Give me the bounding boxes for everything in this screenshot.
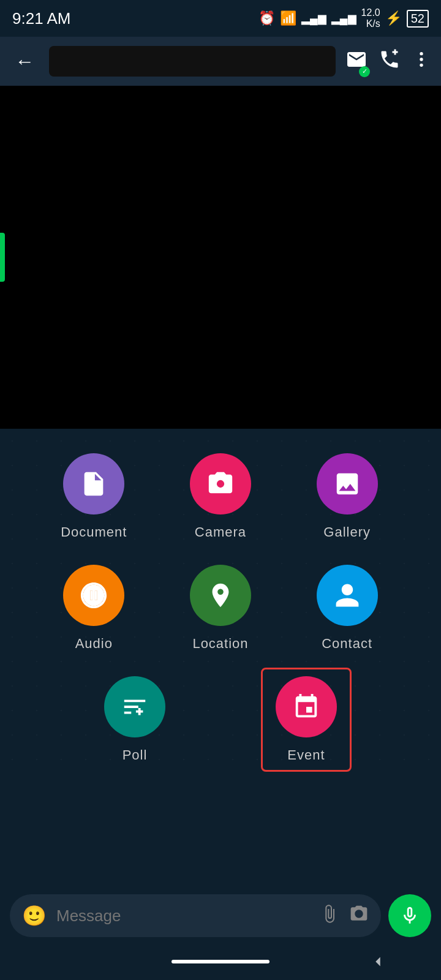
message-bar: 🙂: [0, 888, 441, 943]
contact-label: Contact: [322, 636, 372, 652]
poll-label: Poll: [123, 747, 148, 763]
location-label: Location: [192, 636, 248, 652]
camera-label: Camera: [195, 524, 246, 540]
status-time: 9:21 AM: [12, 9, 70, 28]
gallery-circle: [317, 453, 378, 514]
attach-item-camera[interactable]: Camera: [190, 453, 251, 540]
attach-item-document[interactable]: Document: [61, 453, 127, 540]
emoji-button[interactable]: 🙂: [22, 904, 47, 927]
event-label: Event: [287, 747, 325, 763]
camera-button[interactable]: [349, 904, 369, 928]
verified-badge: [359, 66, 370, 77]
attach-item-audio[interactable]: Audio: [63, 565, 124, 652]
camera-circle: [190, 453, 251, 514]
message-input[interactable]: [56, 907, 310, 925]
contact-circle: [317, 565, 378, 626]
attach-last-row: Poll Event: [37, 676, 404, 763]
poll-circle: [104, 676, 165, 737]
network-speed: 12.0K/s: [361, 7, 380, 29]
signal-icon-2: ▂▄▆: [331, 12, 356, 25]
attach-grid: Document Camera Gallery: [37, 453, 404, 652]
status-bar: 9:21 AM ⏰ 📶 ▂▄▆ ▂▄▆ 12.0K/s ⚡ 52: [0, 0, 441, 37]
attach-button[interactable]: [320, 904, 339, 928]
document-circle: [63, 453, 124, 514]
status-icons: ⏰ 📶 ▂▄▆ ▂▄▆ 12.0K/s ⚡ 52: [258, 7, 429, 29]
audio-label: Audio: [75, 636, 113, 652]
attach-item-gallery[interactable]: Gallery: [317, 453, 378, 540]
svg-point-0: [420, 52, 423, 55]
document-label: Document: [61, 524, 127, 540]
nav-actions: [345, 48, 431, 75]
chat-title: [49, 46, 336, 77]
back-gesture-button[interactable]: [360, 952, 396, 971]
event-circle: [276, 676, 337, 737]
side-indicator: [0, 233, 5, 282]
attach-panel: Document Camera Gallery: [0, 429, 441, 782]
location-circle: [190, 565, 251, 626]
message-input-container: 🙂: [10, 894, 381, 937]
attach-item-poll[interactable]: Poll: [104, 676, 165, 763]
battery-level: 52: [407, 10, 429, 28]
add-call-icon[interactable]: [379, 48, 401, 75]
wifi-icon: 📶: [280, 10, 296, 26]
svg-point-2: [420, 63, 423, 66]
alarm-icon: ⏰: [258, 10, 275, 26]
attach-item-event[interactable]: Event: [276, 676, 337, 763]
chat-area: [0, 86, 441, 429]
home-indicator[interactable]: [172, 960, 270, 963]
verified-icon[interactable]: [345, 48, 368, 75]
gallery-label: Gallery: [323, 524, 371, 540]
nav-bar: ←: [0, 37, 441, 86]
svg-point-1: [420, 58, 423, 61]
bottom-nav: [0, 943, 441, 980]
mic-button[interactable]: [388, 894, 431, 937]
signal-icon: ▂▄▆: [301, 12, 326, 25]
back-button[interactable]: ←: [10, 45, 39, 78]
charging-icon: ⚡: [385, 10, 402, 26]
audio-circle: [63, 565, 124, 626]
attach-item-location[interactable]: Location: [190, 565, 251, 652]
attach-item-contact[interactable]: Contact: [317, 565, 378, 652]
more-options-icon[interactable]: [412, 50, 431, 74]
